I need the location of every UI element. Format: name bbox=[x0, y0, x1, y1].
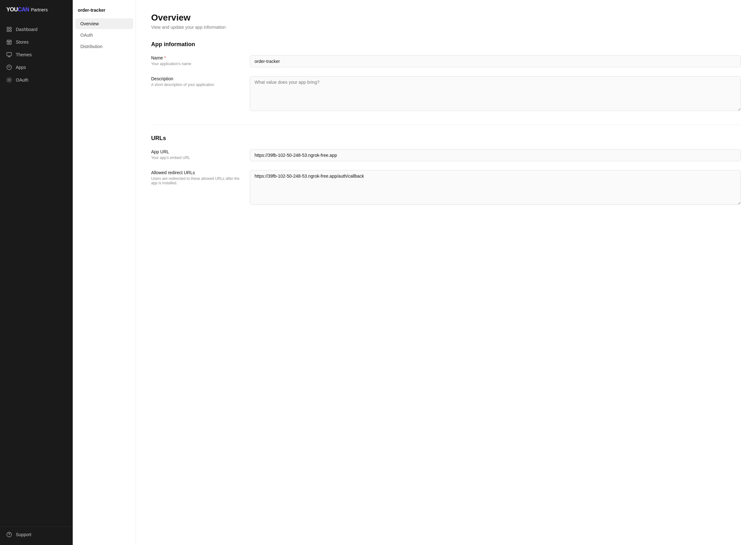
sub-nav: order-tracker Overview OAuth Distributio… bbox=[73, 0, 136, 545]
redirect-urls-desc: Users are redirected to these allowed UR… bbox=[151, 176, 240, 185]
themes-icon bbox=[6, 52, 12, 58]
description-label: Description bbox=[151, 76, 240, 81]
urls-title: URLs bbox=[151, 135, 741, 142]
description-field-row: Description A short description of your … bbox=[151, 76, 741, 112]
app-url-field-row: App URL Your app's embed URL bbox=[151, 149, 741, 161]
description-desc: A short description of your application bbox=[151, 83, 240, 87]
app-url-input-wrapper bbox=[250, 149, 741, 161]
sub-nav-item-distribution[interactable]: Distribution bbox=[75, 41, 133, 52]
name-field-row: Name * Your application's name bbox=[151, 55, 741, 67]
svg-rect-0 bbox=[7, 27, 9, 29]
app-url-desc: Your app's embed URL bbox=[151, 156, 240, 160]
name-label-group: Name * Your application's name bbox=[151, 55, 240, 66]
section-divider bbox=[151, 125, 741, 125]
logo: YOUCAN Partners bbox=[0, 0, 73, 21]
sidebar-item-themes[interactable]: Themes bbox=[0, 48, 73, 61]
sub-nav-item-overview[interactable]: Overview bbox=[75, 18, 133, 29]
sidebar-item-support[interactable]: Support bbox=[6, 532, 66, 537]
oauth-icon bbox=[6, 77, 12, 83]
sidebar: YOUCAN Partners Dashboard Stores Themes bbox=[0, 0, 73, 545]
sidebar-item-apps[interactable]: Apps bbox=[0, 61, 73, 74]
main-content: Overview View and update your app inform… bbox=[136, 0, 756, 545]
redirect-urls-input-wrapper: https://39fb-102-50-248-53.ngrok-free.ap… bbox=[250, 170, 741, 206]
name-input-wrapper bbox=[250, 55, 741, 67]
logo-partners: Partners bbox=[31, 7, 48, 12]
sidebar-item-dashboard[interactable]: Dashboard bbox=[0, 23, 73, 36]
logo-mark: YOUCAN bbox=[6, 6, 29, 13]
description-label-group: Description A short description of your … bbox=[151, 76, 240, 87]
urls-section: URLs App URL Your app's embed URL Allowe… bbox=[151, 135, 741, 206]
sidebar-label-themes: Themes bbox=[16, 52, 32, 57]
store-icon bbox=[6, 39, 12, 45]
sidebar-item-stores[interactable]: Stores bbox=[0, 36, 73, 48]
app-url-label: App URL bbox=[151, 149, 240, 154]
sub-nav-header: order-tracker bbox=[73, 5, 136, 18]
app-info-section: App information Name * Your application'… bbox=[151, 41, 741, 112]
name-required: * bbox=[164, 55, 166, 60]
name-input[interactable] bbox=[250, 55, 741, 67]
description-textarea[interactable] bbox=[250, 76, 741, 111]
redirect-urls-label: Allowed redirect URLs bbox=[151, 170, 240, 175]
grid-icon bbox=[6, 27, 12, 32]
redirect-urls-label-group: Allowed redirect URLs Users are redirect… bbox=[151, 170, 240, 185]
name-label: Name * bbox=[151, 55, 240, 60]
svg-point-6 bbox=[7, 532, 12, 537]
sidebar-item-oauth[interactable]: OAuth bbox=[0, 74, 73, 86]
page-title: Overview bbox=[151, 13, 741, 23]
sidebar-label-stores: Stores bbox=[16, 40, 28, 45]
support-icon bbox=[6, 532, 12, 537]
redirect-urls-textarea[interactable]: https://39fb-102-50-248-53.ngrok-free.ap… bbox=[250, 170, 741, 205]
app-url-input[interactable] bbox=[250, 149, 741, 161]
sidebar-label-dashboard: Dashboard bbox=[16, 27, 38, 32]
sidebar-label-oauth: OAuth bbox=[16, 77, 28, 83]
sidebar-label-apps: Apps bbox=[16, 65, 26, 70]
svg-point-5 bbox=[9, 79, 10, 81]
sidebar-footer-label: Support bbox=[16, 532, 31, 537]
page-subtitle: View and update your app information bbox=[151, 25, 741, 30]
svg-rect-2 bbox=[7, 30, 9, 32]
svg-rect-1 bbox=[10, 27, 11, 29]
apps-icon bbox=[6, 64, 12, 70]
sidebar-footer: Support bbox=[0, 526, 73, 545]
description-input-wrapper bbox=[250, 76, 741, 112]
svg-rect-4 bbox=[7, 52, 12, 56]
main-nav: Dashboard Stores Themes Apps OAuth bbox=[0, 21, 73, 526]
app-info-title: App information bbox=[151, 41, 741, 48]
name-description: Your application's name bbox=[151, 62, 240, 66]
app-url-label-group: App URL Your app's embed URL bbox=[151, 149, 240, 160]
svg-rect-3 bbox=[10, 30, 11, 32]
redirect-urls-field-row: Allowed redirect URLs Users are redirect… bbox=[151, 170, 741, 206]
sub-nav-item-oauth[interactable]: OAuth bbox=[75, 30, 133, 40]
